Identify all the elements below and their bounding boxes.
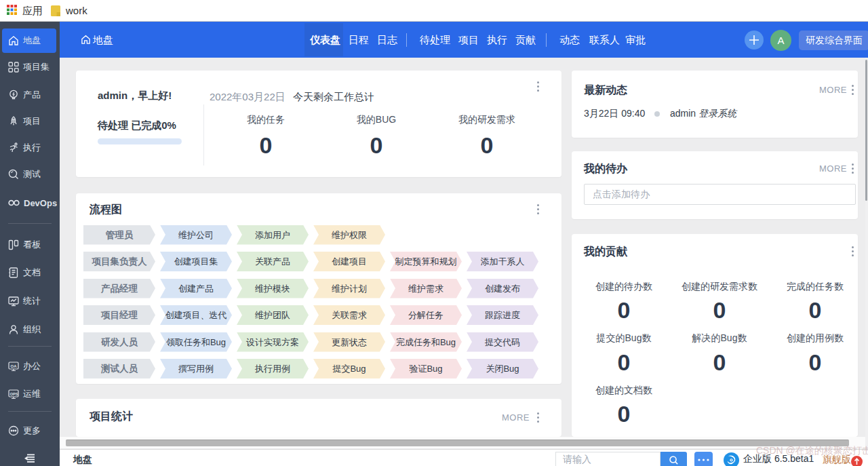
svg-text:OA: OA <box>11 364 18 368</box>
svg-text:OPS: OPS <box>10 392 18 396</box>
